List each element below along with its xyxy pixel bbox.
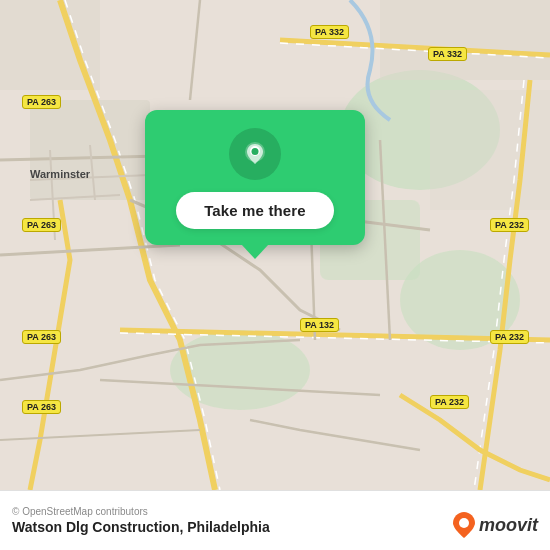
svg-rect-8 (430, 90, 550, 210)
city-label-warminster: Warminster (30, 168, 90, 180)
svg-rect-7 (380, 0, 550, 80)
moovit-pin-icon (453, 512, 475, 538)
location-pin-icon (241, 140, 269, 168)
road-label-pa263-mid: PA 263 (22, 218, 61, 232)
map-container: PA 263 PA 332 PA 332 PA 263 PA 263 PA 26… (0, 0, 550, 490)
svg-point-27 (459, 518, 469, 528)
road-label-pa332-1: PA 332 (310, 25, 349, 39)
location-icon-circle (229, 128, 281, 180)
moovit-text: moovit (479, 515, 538, 536)
road-label-pa263-lower1: PA 263 (22, 330, 61, 344)
road-label-pa263-top: PA 263 (22, 95, 61, 109)
road-label-pa232-1: PA 232 (490, 218, 529, 232)
road-label-pa263-lower2: PA 263 (22, 400, 61, 414)
take-me-there-button[interactable]: Take me there (176, 192, 334, 229)
bottom-bar: © OpenStreetMap contributors Watson Dlg … (0, 490, 550, 550)
moovit-logo: moovit (453, 512, 538, 538)
map-roads (0, 0, 550, 490)
road-label-pa332-2: PA 332 (428, 47, 467, 61)
popup-card: Take me there (145, 110, 365, 245)
road-label-pa232-2: PA 232 (490, 330, 529, 344)
road-label-pa232-lower: PA 232 (430, 395, 469, 409)
road-label-pa132: PA 132 (300, 318, 339, 332)
svg-point-26 (252, 148, 259, 155)
